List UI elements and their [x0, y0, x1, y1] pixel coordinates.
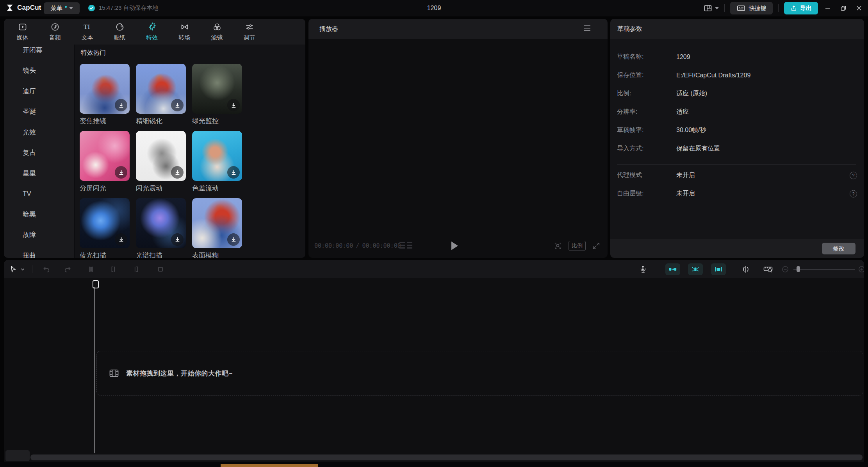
effect-name: 光谱扫描	[136, 251, 186, 258]
chevron-down-icon[interactable]	[20, 267, 25, 272]
auto-snap-toggle[interactable]	[688, 263, 703, 275]
draft-panel-header: 草稿参数	[610, 19, 864, 39]
download-icon[interactable]	[227, 233, 240, 246]
timeline-corner	[5, 450, 30, 461]
effect-thumbnail[interactable]	[80, 131, 130, 181]
timeline-zoom-slider[interactable]	[793, 269, 855, 270]
download-icon[interactable]	[227, 99, 240, 111]
field-value: 1209	[676, 54, 690, 61]
play-button[interactable]	[451, 242, 458, 250]
player-timecode: 00:00:00:00 / 00:00:00:00	[314, 242, 401, 249]
modify-button[interactable]: 修改	[822, 243, 856, 254]
help-icon[interactable]: ?	[850, 172, 857, 179]
audio-icon	[50, 22, 60, 32]
category-light[interactable]: 光效	[4, 122, 74, 143]
tab-sticker[interactable]: 贴纸	[103, 19, 136, 45]
crop-button[interactable]	[156, 265, 165, 274]
category-glitch[interactable]: 故障	[4, 225, 74, 245]
download-icon[interactable]	[115, 99, 127, 111]
category-camera[interactable]: 镜头	[4, 61, 74, 81]
main-track-magnet-toggle[interactable]	[665, 263, 680, 275]
record-audio-button[interactable]	[639, 265, 647, 274]
timeline-fit-button[interactable]	[763, 265, 773, 274]
select-tool-button[interactable]	[9, 265, 17, 273]
player-panel: 播放器 00:00:00:00 / 00:00:00:00 比例	[308, 19, 608, 258]
delete-left-button[interactable]	[109, 265, 118, 274]
effect-thumbnail[interactable]	[136, 198, 186, 248]
category-distort[interactable]: 扭曲	[4, 245, 74, 258]
effect-card[interactable]: 闪光震动	[136, 131, 186, 198]
effect-thumbnail[interactable]	[192, 64, 242, 114]
download-icon[interactable]	[115, 166, 127, 179]
effect-card[interactable]: 分屏闪光	[80, 131, 130, 198]
field-label: 保存位置:	[610, 71, 676, 79]
category-retro[interactable]: 复古	[4, 143, 74, 163]
draft-panel-footer: 修改	[610, 239, 864, 258]
effect-thumbnail[interactable]	[192, 131, 242, 181]
time-total: 00:00:00:00	[362, 242, 401, 249]
effect-card[interactable]: 色差流动	[192, 131, 242, 198]
frame-view-icon[interactable]	[399, 242, 412, 249]
preview-quality-icon[interactable]	[554, 242, 562, 250]
category-dark[interactable]: 暗黑	[4, 204, 74, 225]
download-icon[interactable]	[227, 166, 240, 179]
effect-card[interactable]: 绿光监控	[192, 64, 242, 131]
fullscreen-icon[interactable]	[592, 242, 601, 250]
zoom-out-icon[interactable]	[782, 266, 789, 273]
download-icon[interactable]	[115, 233, 127, 246]
shortcuts-button[interactable]: 快捷键	[730, 2, 773, 14]
effect-thumbnail[interactable]	[80, 198, 130, 248]
media-dropzone[interactable]: 素材拖拽到这里，开始你的大作吧~	[96, 351, 863, 395]
player-menu-icon[interactable]	[584, 25, 590, 31]
tab-adjust[interactable]: 调节	[233, 19, 266, 45]
category-tv[interactable]: TV	[4, 184, 74, 204]
effect-card[interactable]: 表面模糊	[192, 198, 242, 258]
filmstrip-icon	[109, 369, 119, 378]
category-stars[interactable]: 星星	[4, 163, 74, 184]
minimize-button[interactable]	[822, 2, 834, 14]
player-header: 播放器	[308, 19, 608, 39]
linkage-toggle[interactable]	[711, 263, 726, 275]
download-icon[interactable]	[171, 233, 184, 246]
effect-card[interactable]: 变焦推镜	[80, 64, 130, 131]
tab-effects[interactable]: 特效	[136, 19, 168, 45]
restore-button[interactable]	[838, 2, 849, 14]
effect-categories: 开闭幕 镜头 迪厅 圣诞 光效 复古 星星 TV 暗黑 故障 扭曲	[4, 40, 74, 258]
playhead-handle[interactable]	[93, 280, 99, 288]
export-button[interactable]: 导出	[784, 2, 818, 14]
redo-button[interactable]	[63, 265, 72, 274]
field-label: 草稿名称:	[610, 53, 676, 61]
layout-switch-button[interactable]	[703, 4, 719, 13]
download-icon[interactable]	[171, 166, 184, 179]
tab-transition[interactable]: 转场	[168, 19, 201, 45]
tab-filter[interactable]: 滤镜	[201, 19, 233, 45]
undo-button[interactable]	[42, 265, 51, 274]
zoom-slider-handle[interactable]	[797, 266, 800, 272]
field-label: 比例:	[610, 89, 676, 98]
preview-axis-button[interactable]	[741, 265, 750, 274]
effect-thumbnail[interactable]	[136, 64, 186, 114]
effect-thumbnail[interactable]	[136, 131, 186, 181]
split-button[interactable]	[87, 265, 95, 274]
effect-thumbnail[interactable]	[80, 64, 130, 114]
taskbar-sliver	[0, 462, 868, 467]
tab-label: 滤镜	[211, 34, 223, 41]
category-christmas[interactable]: 圣诞	[4, 102, 74, 122]
zoom-in-icon[interactable]	[858, 266, 864, 273]
text-icon: TI	[82, 22, 93, 32]
field-value: 适应 (原始)	[676, 89, 707, 98]
download-icon[interactable]	[171, 99, 184, 111]
horizontal-scrollbar[interactable]	[30, 454, 863, 460]
close-button[interactable]	[853, 2, 865, 14]
delete-right-button[interactable]	[132, 265, 140, 274]
category-opening-closing[interactable]: 开闭幕	[4, 40, 74, 61]
keyboard-icon	[736, 4, 746, 13]
aspect-ratio-button[interactable]: 比例	[569, 241, 586, 251]
tab-text[interactable]: TI 文本	[71, 19, 103, 45]
effect-card[interactable]: 精细锐化	[136, 64, 186, 131]
effect-card[interactable]: 光谱扫描	[136, 198, 186, 258]
effect-card[interactable]: 蓝光扫描	[80, 198, 130, 258]
category-disco[interactable]: 迪厅	[4, 81, 74, 102]
help-icon[interactable]: ?	[850, 190, 857, 197]
effect-thumbnail[interactable]	[192, 198, 242, 248]
